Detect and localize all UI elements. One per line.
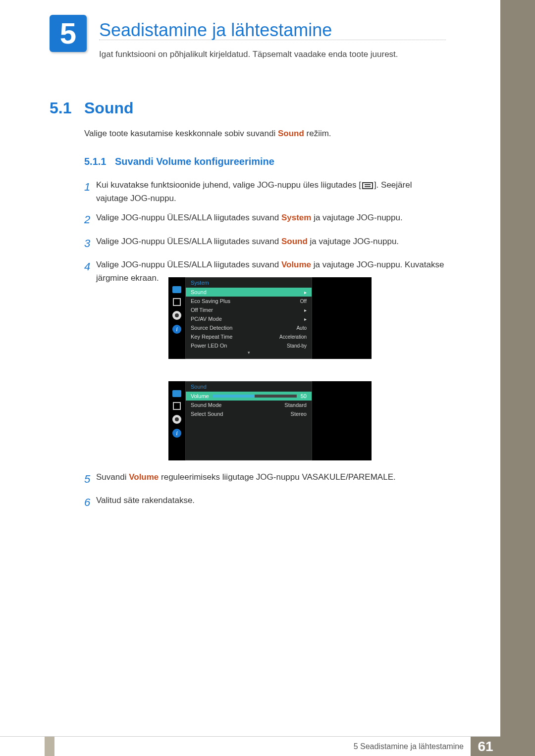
- osd-icon-column: i: [168, 381, 185, 460]
- osd-row: Eco Saving PlusOff: [186, 297, 312, 305]
- osd-row-label: Power LED On: [191, 343, 227, 349]
- step-text-a: Valige JOG-nuppu ÜLES/ALLA liigutades su…: [96, 237, 281, 246]
- step-2: 2 Valige JOG-nuppu ÜLES/ALLA liigutades …: [84, 211, 446, 228]
- osd-row-value: Stereo: [291, 411, 307, 417]
- osd-sound-menu: i Sound Volume 50 Sound ModeStandardSele…: [168, 381, 372, 460]
- step-keyword: Volume: [129, 472, 159, 482]
- step-text-b: ja vajutage JOG-nuppu.: [311, 213, 402, 222]
- step-text-a: Valige JOG-nuppu ÜLES/ALLA liigutades su…: [96, 260, 281, 269]
- osd-row-label: PC/AV Mode: [191, 316, 222, 322]
- step-number: 4: [84, 258, 96, 275]
- osd-row: Key Repeat TimeAcceleration: [186, 332, 312, 341]
- chapter-rule: [99, 40, 446, 40]
- chapter-number-badge: 5: [50, 15, 87, 52]
- osd-row-label: Volume: [191, 393, 209, 399]
- osd-row: Off Timer▸: [186, 305, 312, 314]
- osd-row-value: Auto: [296, 325, 307, 331]
- subsection-title: Suvandi Volume konfigureerimine: [115, 156, 274, 167]
- osd-row-label: Select Sound: [191, 411, 223, 417]
- osd-row: Power LED OnStand-by: [186, 341, 312, 350]
- osd-row-value: 50: [301, 393, 307, 399]
- menu-icon: [362, 182, 373, 189]
- info-icon: i: [172, 429, 181, 438]
- osd-row-value: Standard: [284, 402, 307, 408]
- osd-row: Source DetectionAuto: [186, 323, 312, 332]
- osd-header: System: [186, 278, 312, 288]
- step-5: 5 Suvandi Volume reguleerimiseks liiguta…: [84, 470, 446, 488]
- osd-row-label: Sound Mode: [191, 402, 221, 408]
- osd-preview-area: [312, 277, 372, 359]
- step-1: 1 Kui kuvatakse funktsioonide juhend, va…: [84, 178, 446, 205]
- step-keyword: System: [281, 213, 311, 222]
- step-text: Suvandi Volume reguleerimiseks liigutage…: [96, 470, 446, 484]
- section-intro-post: režiim.: [304, 129, 331, 138]
- osd-row-volume: Volume 50: [186, 392, 312, 401]
- step-text-a: Kui kuvatakse funktsioonide juhend, vali…: [96, 180, 361, 190]
- step-text: Valige JOG-nuppu ÜLES/ALLA liigutades su…: [96, 211, 446, 224]
- monitor-icon: [172, 390, 181, 397]
- osd-row-value: Acceleration: [279, 334, 307, 340]
- osd-row-value: ▸: [304, 316, 307, 322]
- step-number: 5: [84, 470, 96, 488]
- section-intro: Valige toote kasutamise keskkonnale sobi…: [84, 129, 331, 139]
- volume-slider-fill: [213, 395, 255, 398]
- osd-row: Sound▸: [186, 288, 312, 297]
- step-text: Valige JOG-nuppu ÜLES/ALLA liigutades su…: [96, 235, 446, 248]
- steps-list: 1 Kui kuvatakse funktsioonide juhend, va…: [84, 178, 446, 291]
- footer-text: 5 Seadistamine ja lähtestamine: [347, 737, 471, 756]
- step-text-b: ja vajutage JOG-nuppu.: [308, 237, 399, 246]
- osd-row: Sound ModeStandard: [186, 401, 312, 409]
- step-number: 1: [84, 178, 96, 196]
- osd-icon-column: i: [168, 277, 185, 359]
- osd-row: Select SoundStereo: [186, 409, 312, 418]
- step-number: 2: [84, 211, 96, 228]
- step-6: 6 Valitud säte rakendatakse.: [84, 494, 446, 511]
- resize-icon: [173, 298, 181, 306]
- page-footer: 5 Seadistamine ja lähtestamine 61: [0, 736, 500, 756]
- osd-row-value: Stand-by: [287, 343, 307, 349]
- osd-row-label: Off Timer: [191, 307, 213, 313]
- section-title: Sound: [84, 99, 134, 117]
- osd-panel: System Sound▸Eco Saving PlusOffOff Timer…: [185, 277, 312, 359]
- step-text-a: Valige JOG-nuppu ÜLES/ALLA liigutades su…: [96, 213, 281, 222]
- osd-header: Sound: [186, 382, 312, 392]
- osd-row-label: Source Detection: [191, 325, 232, 331]
- step-text-b: reguleerimiseks liigutage JOG-nuppu VASA…: [159, 472, 395, 482]
- volume-slider: [213, 395, 297, 398]
- section-intro-pre: Valige toote kasutamise keskkonnale sobi…: [84, 129, 278, 138]
- osd-row-value: ▸: [304, 290, 307, 295]
- step-keyword: Volume: [281, 260, 311, 269]
- page-number: 61: [471, 737, 500, 756]
- step-text: Kui kuvatakse funktsioonide juhend, vali…: [96, 178, 446, 205]
- section-intro-keyword: Sound: [278, 129, 304, 138]
- step-text: Valitud säte rakendatakse.: [96, 494, 446, 507]
- osd-system-menu: i System Sound▸Eco Saving PlusOffOff Tim…: [168, 277, 372, 359]
- resize-icon: [173, 402, 181, 410]
- osd-row-label: Sound: [191, 289, 207, 295]
- chapter-description: Igat funktsiooni on põhjalikult kirjelda…: [99, 50, 398, 59]
- step-text-a: Suvandi: [96, 472, 129, 482]
- info-icon: i: [172, 325, 181, 334]
- osd-row-label: Eco Saving Plus: [191, 298, 230, 304]
- side-stripe: [500, 0, 535, 756]
- osd-row-label: Key Repeat Time: [191, 334, 232, 340]
- osd-panel: Sound Volume 50 Sound ModeStandardSelect…: [185, 381, 312, 460]
- gear-icon: [172, 415, 181, 424]
- step-3: 3 Valige JOG-nuppu ÜLES/ALLA liigutades …: [84, 235, 446, 252]
- gear-icon: [172, 311, 181, 320]
- chapter-title: Seadistamine ja lähtestamine: [99, 20, 332, 41]
- monitor-icon: [172, 286, 181, 293]
- subsection-number: 5.1.1: [84, 156, 106, 167]
- step-keyword: Sound: [281, 237, 308, 246]
- osd-row-value: ▸: [304, 307, 307, 313]
- osd-preview-area: [312, 381, 372, 460]
- step-number: 6: [84, 494, 96, 511]
- osd-scroll-indicator: ▾: [186, 350, 312, 356]
- osd-row: PC/AV Mode▸: [186, 314, 312, 323]
- osd-row-value: Off: [300, 299, 307, 304]
- step-number: 3: [84, 235, 96, 252]
- section-number: 5.1: [50, 99, 71, 117]
- steps-list-lower: 5 Suvandi Volume reguleerimiseks liiguta…: [84, 470, 446, 517]
